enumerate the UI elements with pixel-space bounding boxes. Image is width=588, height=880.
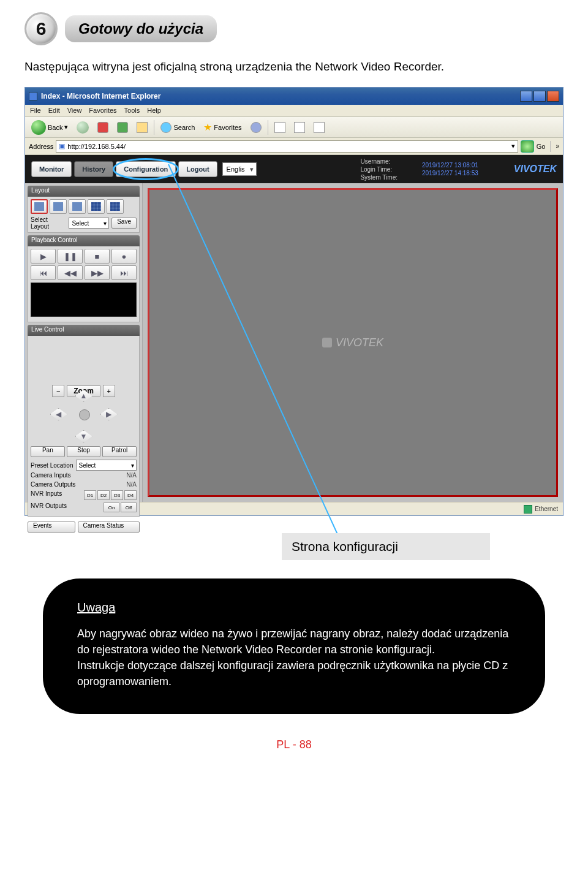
play-button[interactable]: ▶ — [31, 249, 56, 264]
di-4[interactable]: D4 — [124, 490, 137, 500]
max-button[interactable] — [533, 91, 546, 102]
note-box: Uwaga Aby nagrywać obraz wideo na żywo i… — [43, 578, 545, 714]
ptz-control: ▲ ▼ ◀ ▶ − Zoom + — [31, 385, 137, 444]
layout-select-value: Select — [72, 220, 89, 227]
step-header: 6 Gotowy do użycia — [24, 12, 564, 45]
menu-favorites[interactable]: Favorites — [89, 107, 116, 115]
home-icon — [137, 122, 148, 133]
rewind-button[interactable]: ◀◀ — [58, 265, 83, 280]
search-icon — [160, 122, 172, 133]
address-value: http://192.168.5.44/ — [67, 143, 126, 150]
layout-4x4[interactable] — [107, 199, 124, 214]
go-label: Go — [537, 143, 546, 150]
ptz-home[interactable] — [79, 409, 90, 420]
url-icon: ▣ — [59, 142, 65, 150]
ptz-left[interactable]: ◀ — [50, 408, 67, 420]
value-system-time: 2019/12/27 14:18:53 — [422, 169, 478, 177]
layout-2x2[interactable] — [50, 199, 67, 214]
save-layout-button[interactable]: Save — [111, 218, 137, 229]
back-button[interactable]: Back ▾ — [29, 119, 70, 136]
star-icon: ★ — [203, 121, 212, 133]
layout-3x3[interactable] — [88, 199, 105, 214]
edit-button[interactable] — [311, 121, 327, 134]
language-select[interactable]: Englis — [222, 162, 257, 176]
refresh-button[interactable] — [115, 121, 130, 134]
tab-history[interactable]: History — [74, 161, 113, 177]
camera-outputs-value: N/A — [126, 481, 137, 488]
menu-view[interactable]: View — [67, 107, 82, 115]
search-button[interactable]: Search — [158, 121, 197, 134]
camera-status-button[interactable]: Camera Status — [78, 522, 140, 533]
di-3[interactable]: D3 — [111, 490, 123, 500]
step-number-badge: 6 — [24, 12, 58, 45]
callout-label: Strona konfiguracji — [282, 533, 490, 560]
ptz-down[interactable]: ▼ — [75, 430, 92, 442]
toolbar: Back ▾ Search ★ Favorites — [25, 117, 563, 138]
menu-edit[interactable]: Edit — [48, 107, 60, 115]
menu-tools[interactable]: Tools — [124, 107, 140, 115]
ptz-up[interactable]: ▲ — [75, 390, 92, 402]
video-watermark: VIVOTEK — [322, 336, 383, 349]
app-header: Monitor History Configuration Logout Eng… — [25, 155, 563, 183]
layout-1x1[interactable] — [31, 199, 48, 214]
edit-icon — [314, 122, 325, 133]
pan-button[interactable]: Pan — [31, 446, 65, 457]
menu-file[interactable]: File — [30, 107, 41, 115]
stop-playback-button[interactable]: ■ — [85, 249, 110, 264]
intro-text: Następująca witryna jest oficjalną stron… — [24, 60, 564, 74]
address-label: Address — [29, 143, 53, 150]
di-1[interactable]: D1 — [84, 490, 96, 500]
address-input[interactable]: ▣ http://192.168.5.44/ ▾ — [56, 140, 518, 153]
tab-logout[interactable]: Logout — [178, 161, 217, 177]
brand-logo: VIVOTEK — [514, 164, 557, 175]
next-button[interactable]: ⏭ — [111, 265, 137, 280]
language-value: Englis — [227, 165, 245, 173]
video-viewport[interactable]: VIVOTEK — [148, 188, 558, 497]
panel-playback-title: Playback Control — [28, 235, 140, 246]
pause-button[interactable]: ❚❚ — [58, 249, 83, 264]
record-button[interactable]: ● — [111, 249, 137, 264]
step-title: Gotowy do użycia — [65, 15, 217, 42]
home-button[interactable] — [134, 121, 150, 134]
fastfwd-button[interactable]: ▶▶ — [85, 265, 110, 280]
stop-button-ptz[interactable]: Stop — [67, 446, 101, 457]
do-on[interactable]: On — [104, 503, 119, 512]
chevron-down-icon[interactable]: ▾ — [511, 142, 515, 150]
layout-select[interactable]: Select — [69, 218, 109, 229]
watermark-icon — [322, 338, 332, 347]
preset-value: Select — [79, 462, 96, 469]
go-button[interactable] — [521, 140, 534, 153]
address-bar: Address ▣ http://192.168.5.44/ ▾ Go » — [25, 138, 563, 155]
tab-monitor[interactable]: Monitor — [31, 161, 72, 177]
favorites-button[interactable]: ★ Favorites — [201, 120, 244, 134]
back-icon — [31, 120, 46, 135]
forward-icon — [77, 121, 89, 134]
value-login-time: 2019/12/27 13:08:01 — [422, 161, 478, 169]
browser-window: Index - Microsoft Internet Explorer File… — [24, 87, 564, 516]
forward-button[interactable] — [74, 120, 91, 135]
prev-button[interactable]: ⏮ — [31, 265, 56, 280]
preset-select[interactable]: Select — [76, 460, 137, 471]
chevron-down-icon: ▾ — [64, 123, 68, 131]
timeline[interactable] — [31, 283, 137, 317]
do-off[interactable]: Off — [121, 503, 137, 512]
print-icon — [294, 122, 305, 133]
stop-button[interactable] — [95, 121, 111, 134]
session-info: Username: Login Time: System Time: 2019/… — [360, 157, 557, 181]
tab-configuration[interactable]: Configuration — [116, 161, 176, 177]
ptz-right[interactable]: ▶ — [100, 408, 118, 420]
menu-help[interactable]: Help — [147, 107, 161, 115]
history-button[interactable] — [248, 121, 264, 134]
camera-inputs-value: N/A — [126, 472, 137, 479]
mail-icon — [274, 122, 285, 133]
di-2[interactable]: D2 — [97, 490, 110, 500]
note-title: Uwaga — [77, 601, 511, 615]
close-button[interactable] — [547, 91, 559, 102]
print-button[interactable] — [292, 121, 307, 134]
layout-1-3[interactable] — [69, 199, 86, 214]
refresh-icon — [117, 122, 128, 133]
min-button[interactable] — [520, 91, 532, 102]
patrol-button[interactable]: Patrol — [102, 446, 137, 457]
mail-button[interactable] — [272, 121, 288, 134]
events-button[interactable]: Events — [28, 522, 75, 533]
